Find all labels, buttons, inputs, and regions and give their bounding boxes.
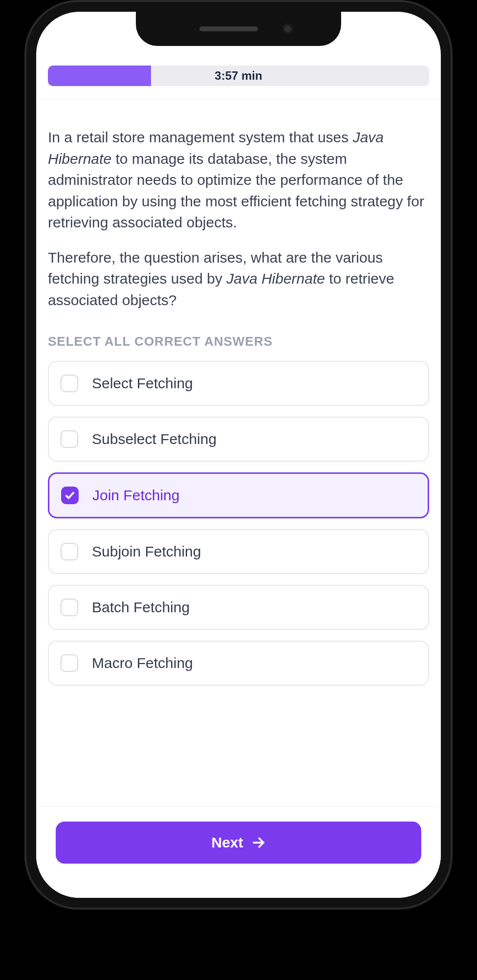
checkbox-icon: [61, 654, 78, 672]
answer-label: Subjoin Fetching: [92, 543, 201, 560]
checkbox-icon: [61, 543, 78, 560]
answer-label: Subselect Fetching: [92, 431, 217, 447]
answer-label: Batch Fetching: [92, 599, 190, 616]
answer-option[interactable]: Subselect Fetching: [48, 417, 429, 462]
answer-label: Join Fetching: [92, 487, 179, 504]
question-p1-a: In a retail store management system that…: [48, 129, 353, 145]
progress-section: 3:57 min: [36, 66, 441, 99]
answer-option[interactable]: Subjoin Fetching: [48, 529, 429, 574]
answer-list: Select Fetching Subselect Fetching Join …: [48, 361, 429, 686]
answer-option[interactable]: Select Fetching: [48, 361, 429, 406]
checkbox-icon: [61, 375, 78, 392]
checkbox-icon: [61, 599, 78, 616]
phone-frame: 3:57 min In a retail store management sy…: [24, 0, 453, 910]
question-p2-em: Java Hibernate: [226, 270, 325, 287]
answer-label: Macro Fetching: [92, 655, 193, 671]
instruction-label: SELECT ALL CORRECT ANSWERS: [48, 334, 429, 349]
answer-label: Select Fetching: [92, 375, 193, 392]
next-button-label: Next: [211, 834, 243, 851]
checkbox-icon: [61, 430, 78, 448]
answer-option[interactable]: Batch Fetching: [48, 585, 429, 630]
progress-bar: 3:57 min: [48, 66, 429, 86]
footer: Next: [36, 806, 441, 898]
arrow-right-icon: [251, 835, 266, 850]
answer-option[interactable]: Macro Fetching: [48, 641, 429, 686]
next-button[interactable]: Next: [56, 822, 421, 864]
phone-screen: 3:57 min In a retail store management sy…: [36, 12, 441, 898]
checkbox-checked-icon: [61, 487, 79, 504]
phone-notch: [136, 12, 341, 46]
answer-option[interactable]: Join Fetching: [48, 472, 429, 518]
question-text: In a retail store management system that…: [48, 127, 429, 311]
timer-label: 3:57 min: [48, 66, 429, 86]
